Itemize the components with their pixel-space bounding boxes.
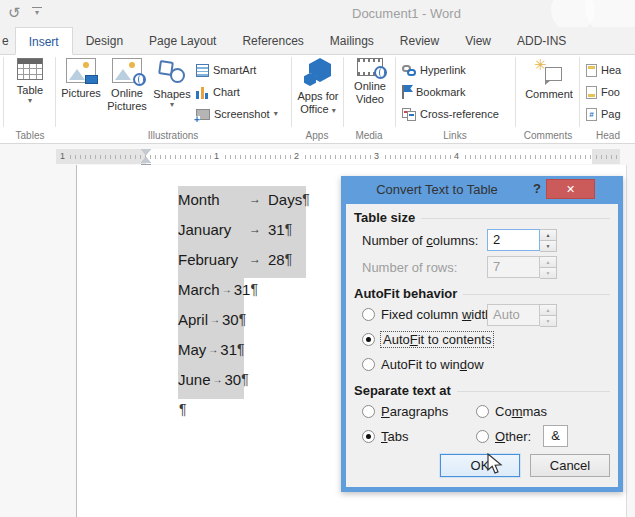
- apps-for-office-button[interactable]: Apps for Office ▾: [296, 58, 340, 116]
- doc-line-march[interactable]: March→31¶: [178, 278, 258, 300]
- ruler-number: 4: [452, 150, 461, 162]
- hyperlink-button[interactable]: Hyperlink: [402, 61, 466, 79]
- spinner-up-icon[interactable]: ▲: [540, 229, 557, 241]
- separate-text-at-group-label: Separate text at: [354, 383, 610, 398]
- doc-text: May: [178, 341, 206, 358]
- spinner-down-icon: ▼: [540, 268, 557, 279]
- radio-icon: [362, 358, 375, 371]
- cross-reference-button[interactable]: Cross-reference: [402, 105, 499, 123]
- page-number-label: Pag: [601, 108, 621, 120]
- pilcrow-icon: ¶: [250, 281, 258, 297]
- doc-text: February: [178, 251, 242, 268]
- fixed-column-width-spinner: Auto ▲▼: [487, 304, 557, 326]
- shapes-icon: [158, 58, 186, 84]
- tab-add-ins[interactable]: ADD-INS: [504, 27, 579, 54]
- radio-icon: [476, 430, 489, 443]
- radio-selected-icon: [362, 333, 375, 346]
- qat-customize-icon[interactable]: ▾: [32, 7, 42, 17]
- fixed-column-width-label: Fixed column width:: [381, 307, 496, 322]
- close-button[interactable]: ✕: [546, 179, 595, 199]
- online-video-button[interactable]: Online Video: [348, 58, 392, 106]
- bookmark-icon: [402, 85, 412, 99]
- ok-button[interactable]: OK: [440, 454, 520, 477]
- number-of-rows-label: Number of rows:: [362, 260, 457, 275]
- pictures-label: Pictures: [61, 87, 101, 100]
- header-button[interactable]: Hea: [586, 61, 621, 79]
- header-label: Hea: [601, 64, 621, 76]
- first-line-indent-marker[interactable]: [141, 149, 151, 155]
- footer-button[interactable]: Foo: [586, 83, 620, 101]
- tables-group-label: Tables: [6, 130, 54, 141]
- ruler-margin-segment: [56, 149, 146, 164]
- tab-character-icon: →: [242, 222, 268, 236]
- doc-text: June: [178, 371, 211, 388]
- page-number-button[interactable]: # Pag: [586, 105, 621, 123]
- spinner-down-icon[interactable]: ▼: [540, 241, 557, 252]
- screenshot-button[interactable]: Screenshot ▾: [196, 105, 278, 123]
- fixed-column-width-radio[interactable]: Fixed column width:: [362, 307, 496, 322]
- spinner-up-icon: ▲: [540, 304, 557, 316]
- group-divider: [579, 57, 580, 127]
- tab-character-icon: →: [242, 192, 268, 206]
- help-icon[interactable]: ?: [533, 181, 541, 196]
- tab-insert[interactable]: Insert: [15, 27, 73, 55]
- group-divider: [3, 57, 4, 127]
- pilcrow-icon: ¶: [302, 191, 310, 207]
- hanging-indent-marker[interactable]: [141, 157, 151, 163]
- chart-button[interactable]: Chart: [196, 83, 240, 101]
- paragraphs-radio[interactable]: Paragraphs: [362, 404, 448, 419]
- tab-design[interactable]: Design: [73, 27, 136, 54]
- tab-character-icon: →: [220, 284, 234, 295]
- header-icon: [586, 64, 597, 77]
- shapes-button[interactable]: Shapes ▾: [151, 58, 193, 109]
- comment-icon: ✳: [534, 58, 564, 84]
- comment-button[interactable]: ✳ Comment: [522, 58, 576, 101]
- footer-icon: [586, 86, 597, 99]
- smartart-button[interactable]: SmartArt: [196, 61, 256, 79]
- tab-references[interactable]: References: [229, 27, 316, 54]
- number-of-rows-spinner: 7 ▲▼: [487, 256, 557, 278]
- tab-review[interactable]: Review: [387, 27, 452, 54]
- doc-line-june[interactable]: June→30¶: [178, 368, 249, 390]
- cancel-button[interactable]: Cancel: [530, 454, 610, 477]
- tabs-radio[interactable]: Tabs: [362, 429, 408, 444]
- table-button[interactable]: Table ▾: [10, 58, 50, 105]
- other-character-field[interactable]: &: [543, 425, 568, 447]
- chevron-down-icon: ▾: [332, 106, 336, 115]
- autofit-to-contents-label: AutoFit to contents: [381, 332, 493, 347]
- doc-line-april[interactable]: April→30¶: [178, 308, 246, 330]
- dialog-title-bar[interactable]: Convert Text to Table ? ✕: [341, 176, 623, 204]
- title-bar: ↺ ▾ Document1 - Word: [0, 0, 635, 27]
- apps-label-2: Office ▾: [300, 103, 336, 116]
- doc-line-month[interactable]: Month→Days¶: [178, 188, 310, 210]
- autofit-behavior-group-label: AutoFit behavior: [354, 286, 610, 301]
- bookmark-button[interactable]: Bookmark: [402, 83, 466, 101]
- online-pictures-button[interactable]: Online Pictures: [104, 58, 150, 113]
- pictures-button[interactable]: Pictures: [59, 58, 103, 100]
- pilcrow-icon: ¶: [239, 311, 247, 327]
- doc-line-may[interactable]: May→31¶: [178, 338, 245, 360]
- doc-line-empty[interactable]: ¶: [179, 398, 187, 420]
- tab-page-layout[interactable]: Page Layout: [136, 27, 229, 54]
- tab-character-icon: →: [208, 314, 222, 325]
- other-radio[interactable]: Other:: [476, 429, 531, 444]
- tab-mailings[interactable]: Mailings: [317, 27, 387, 54]
- online-video-label-2: Video: [356, 93, 384, 106]
- cloud-decoration: [551, 0, 595, 27]
- number-of-columns-value[interactable]: 2: [487, 229, 540, 251]
- chevron-down-icon: ▾: [274, 110, 278, 118]
- horizontal-ruler: 1 1 2 3 4: [0, 148, 635, 165]
- tab-view[interactable]: View: [452, 27, 504, 54]
- tabs-label: Tabs: [381, 429, 408, 444]
- doc-line-february[interactable]: February→28¶: [178, 248, 292, 270]
- online-pictures-label-1: Online: [111, 87, 143, 100]
- media-group-label: Media: [344, 130, 394, 141]
- screenshot-label: Screenshot: [214, 108, 270, 120]
- commas-radio[interactable]: Commas: [476, 404, 547, 419]
- autofit-to-window-radio[interactable]: AutoFit to window: [362, 357, 484, 372]
- close-icon: ✕: [566, 183, 575, 195]
- undo-icon[interactable]: ↺: [8, 4, 21, 22]
- autofit-to-contents-radio[interactable]: AutoFit to contents: [362, 332, 493, 347]
- tab-home-partial[interactable]: e: [0, 27, 15, 54]
- doc-line-january[interactable]: January→31¶: [178, 218, 292, 240]
